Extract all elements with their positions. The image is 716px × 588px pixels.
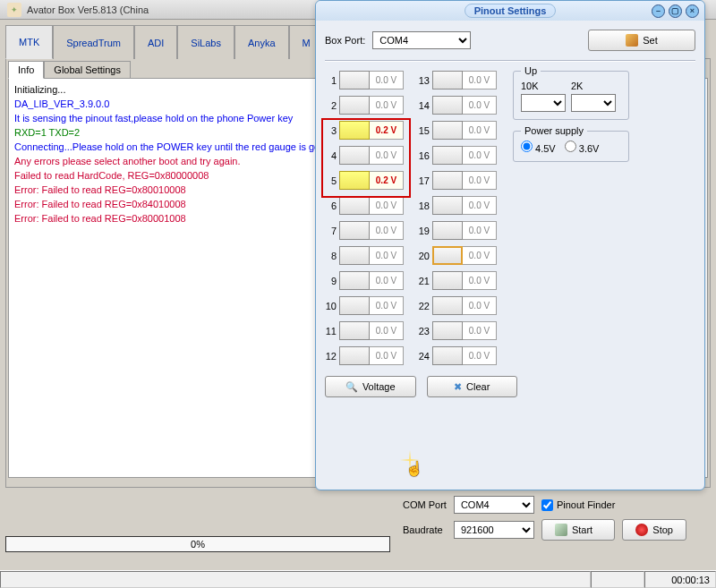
pin-button-1[interactable] <box>339 71 370 89</box>
elapsed-time: 00:00:13 <box>644 571 716 588</box>
baudrate-select[interactable]: 921600 <box>454 521 534 539</box>
pin-label: 1 <box>325 75 339 86</box>
start-button[interactable]: Start <box>541 519 615 541</box>
pin-voltage: 0.0 V <box>463 121 497 140</box>
pin-voltage: 0.2 V <box>370 171 404 190</box>
set-icon <box>626 34 638 47</box>
pin-button-5[interactable] <box>339 171 370 190</box>
pin-voltage: 0.0 V <box>463 146 497 165</box>
tab-adi[interactable]: ADI <box>134 25 177 59</box>
pin-label: 11 <box>325 326 339 337</box>
pin-button-11[interactable] <box>339 321 370 340</box>
pin-voltage: 0.0 V <box>370 296 404 315</box>
pin-voltage: 0.0 V <box>463 221 497 240</box>
pin-row-10: 100.0 V <box>325 296 404 315</box>
comport-select[interactable]: COM4 <box>454 496 534 514</box>
pin-row-1: 10.0 V <box>325 71 404 89</box>
pin-button-2[interactable] <box>339 96 370 115</box>
pin-voltage: 0.0 V <box>370 246 404 265</box>
pin-row-14: 140.0 V <box>418 96 497 115</box>
clear-button[interactable]: ✖ Clear <box>427 376 518 397</box>
status-left <box>0 571 591 588</box>
pin-button-12[interactable] <box>339 346 370 365</box>
pin-button-17[interactable] <box>432 171 463 190</box>
pin-button-10[interactable] <box>339 296 370 315</box>
stop-button[interactable]: Stop <box>622 519 686 541</box>
pin-voltage: 0.0 V <box>370 71 404 89</box>
pin-voltage: 0.0 V <box>370 271 404 290</box>
tab-silabs[interactable]: SiLabs <box>177 25 234 59</box>
power-45-radio[interactable]: 4.5V <box>521 141 556 154</box>
clear-icon: ✖ <box>454 381 462 393</box>
pin-button-8[interactable] <box>339 246 370 265</box>
pin-button-18[interactable] <box>432 196 463 215</box>
pin-button-16[interactable] <box>432 146 463 165</box>
pin-button-3[interactable] <box>339 121 370 140</box>
pin-voltage: 0.0 V <box>370 96 404 115</box>
close-button[interactable]: × <box>686 4 699 18</box>
pin-label: 24 <box>418 351 432 362</box>
pin-button-19[interactable] <box>432 221 463 240</box>
cursor-hand-icon: ☝ <box>405 460 420 478</box>
pin-voltage: 0.0 V <box>463 271 497 290</box>
bottom-bar: 0% COM Port COM4 Pinout Finder Baudrate … <box>5 496 711 552</box>
pin-button-20[interactable] <box>432 246 463 265</box>
pin-button-22[interactable] <box>432 296 463 315</box>
pin-row-24: 240.0 V <box>418 346 497 365</box>
pinout-finder-checkbox[interactable]: Pinout Finder <box>541 499 615 511</box>
pin-label: 23 <box>418 326 432 337</box>
pin-row-16: 160.0 V <box>418 146 497 165</box>
pin-row-11: 110.0 V <box>325 321 404 340</box>
pin-button-14[interactable] <box>432 96 463 115</box>
pin-voltage: 0.2 V <box>370 121 404 140</box>
pin-row-2: 20.0 V <box>325 96 404 115</box>
pin-label: 10 <box>325 301 339 311</box>
inner-tab-info[interactable]: Info <box>8 61 44 79</box>
tab-anyka[interactable]: Anyka <box>234 25 289 59</box>
maximize-button[interactable]: ▢ <box>669 4 682 18</box>
pin-voltage: 0.0 V <box>463 246 497 265</box>
pin-label: 8 <box>325 251 339 261</box>
pin-row-23: 230.0 V <box>418 321 497 340</box>
voltage-button[interactable]: 🔍 Voltage <box>325 376 416 397</box>
status-bar: 00:00:13 <box>0 570 716 588</box>
dialog-titlebar[interactable]: Pinout Settings – ▢ × <box>316 1 704 21</box>
up-10k-select[interactable] <box>521 94 566 112</box>
set-button[interactable]: Set <box>588 30 695 51</box>
pin-row-8: 80.0 V <box>325 246 404 265</box>
pin-label: 16 <box>418 150 432 161</box>
pin-button-13[interactable] <box>432 71 463 89</box>
tab-mtk[interactable]: MTK <box>5 25 53 59</box>
pin-button-4[interactable] <box>339 146 370 165</box>
tab-spreadtrum[interactable]: SpreadTrum <box>53 25 134 59</box>
pin-voltage: 0.0 V <box>370 346 404 365</box>
pin-button-15[interactable] <box>432 121 463 140</box>
pin-label: 13 <box>418 75 432 86</box>
pin-button-21[interactable] <box>432 271 463 290</box>
pin-button-6[interactable] <box>339 196 370 215</box>
pin-voltage: 0.0 V <box>370 321 404 340</box>
pin-voltage: 0.0 V <box>463 71 497 89</box>
pin-label: 14 <box>418 100 432 111</box>
pin-label: 6 <box>325 200 339 211</box>
up-2k-select[interactable] <box>571 94 616 112</box>
pinout-dialog: Pinout Settings – ▢ × Box Port: COM4 Set… <box>315 0 705 490</box>
pin-button-23[interactable] <box>432 321 463 340</box>
power-group: Power supply 4.5V 3.6V <box>513 131 629 162</box>
pin-label: 15 <box>418 125 432 136</box>
pin-label: 3 <box>325 125 339 136</box>
pin-row-12: 120.0 V <box>325 346 404 365</box>
status-mid <box>591 571 644 588</box>
pin-label: 4 <box>325 150 339 161</box>
pin-button-9[interactable] <box>339 271 370 290</box>
inner-tab-global-settings[interactable]: Global Settings <box>44 61 131 79</box>
pin-row-20: 200.0 V <box>418 246 497 265</box>
pin-row-6: 60.0 V <box>325 196 404 215</box>
main-title: Avator Box Ver5.813 (China <box>27 4 149 15</box>
boxport-select[interactable]: COM4 <box>372 31 471 49</box>
pin-button-7[interactable] <box>339 221 370 240</box>
pin-row-9: 90.0 V <box>325 271 404 290</box>
power-36-radio[interactable]: 3.6V <box>565 141 600 154</box>
pin-button-24[interactable] <box>432 346 463 365</box>
minimize-button[interactable]: – <box>652 4 665 18</box>
